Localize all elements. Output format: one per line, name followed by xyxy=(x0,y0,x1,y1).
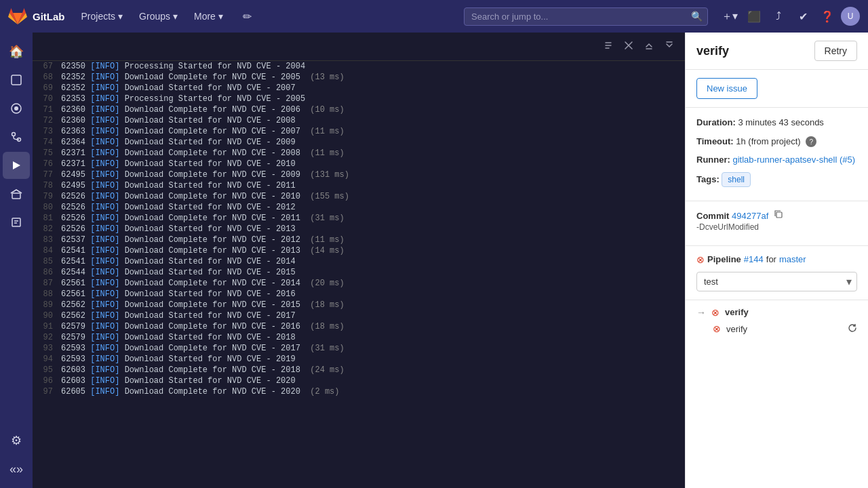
broadcast-icon[interactable]: ⬛ xyxy=(743,5,765,27)
stage-select-wrapper: test ▾ xyxy=(696,272,857,291)
log-line: 8462541 [INFO] Download Complete for NVD… xyxy=(33,245,685,256)
line-content: 62593 [INFO] Download Started for NVD CV… xyxy=(61,354,304,364)
timeout-row: Timeout: 1h (from project) ? xyxy=(696,135,857,148)
line-content: 62561 [INFO] Download Started for NVD CV… xyxy=(61,289,304,299)
line-content: 62495 [INFO] Download Complete for NVD C… xyxy=(61,170,357,180)
line-number: 77 xyxy=(33,170,61,180)
topnav-icon-group: ＋▾ ⬛ ⤴ ✔ ❓ U xyxy=(719,5,860,27)
retry-button[interactable]: Retry xyxy=(814,41,857,61)
line-content: 62360 [INFO] Download Complete for NVD C… xyxy=(61,105,353,115)
log-line: 9362593 [INFO] Download Complete for NVD… xyxy=(33,343,685,354)
line-content: 62537 [INFO] Download Complete for NVD C… xyxy=(61,235,353,245)
line-number: 79 xyxy=(33,192,61,201)
log-line: 7362363 [INFO] Download Complete for NVD… xyxy=(33,126,685,137)
erase-log-icon[interactable] xyxy=(621,38,636,55)
line-number: 67 xyxy=(33,62,61,71)
todo-icon[interactable]: ✔ xyxy=(792,5,814,27)
groups-chevron-icon xyxy=(173,11,178,22)
line-number: 94 xyxy=(33,354,61,364)
line-number: 83 xyxy=(33,235,61,245)
line-content: 62352 [INFO] Download Complete for NVD C… xyxy=(61,73,353,82)
sidebar-ci-cd[interactable] xyxy=(3,152,30,179)
pencil-icon[interactable]: ✏ xyxy=(237,5,258,27)
commit-row: Commit 494277af -DcveUrlModified xyxy=(696,209,857,232)
line-number: 81 xyxy=(33,214,61,223)
log-line: 7962526 [INFO] Download Complete for NVD… xyxy=(33,191,685,202)
log-panel[interactable]: 6762350 [INFO] Processing Started for NV… xyxy=(33,33,685,488)
timeout-help-icon[interactable]: ? xyxy=(806,136,816,147)
line-number: 73 xyxy=(33,127,61,136)
scroll-top-icon[interactable] xyxy=(642,38,656,55)
log-line: 7062353 [INFO] Processing Started for NV… xyxy=(33,94,685,104)
copy-commit-button[interactable] xyxy=(771,209,786,221)
merge-request-icon[interactable]: ⤴ xyxy=(768,5,789,27)
line-content: 62363 [INFO] Download Complete for NVD C… xyxy=(61,127,353,136)
new-item-icon[interactable]: ＋▾ xyxy=(719,5,741,27)
line-number: 74 xyxy=(33,138,61,147)
line-content: 62593 [INFO] Download Complete for NVD C… xyxy=(61,344,353,353)
user-avatar[interactable]: U xyxy=(841,7,860,26)
log-line: 9162579 [INFO] Download Complete for NVD… xyxy=(33,321,685,332)
pipeline-jobs-section: → ⊗ verify ⊗ verify xyxy=(686,300,868,344)
log-line: 9662603 [INFO] Download Started for NVD … xyxy=(33,375,685,386)
line-number: 95 xyxy=(33,365,61,375)
raw-log-icon[interactable] xyxy=(601,38,616,55)
nav-more[interactable]: More xyxy=(189,8,229,24)
sidebar-collapse[interactable]: «» xyxy=(3,455,30,483)
line-number: 87 xyxy=(33,279,61,288)
tags-row: Tags: shell xyxy=(696,172,857,187)
nav-groups[interactable]: Groups xyxy=(134,8,183,24)
log-line: 7562371 [INFO] Download Complete for NVD… xyxy=(33,148,685,159)
sidebar-packages[interactable] xyxy=(3,180,30,207)
line-content: 62353 [INFO] Processing Started for NVD … xyxy=(61,94,313,104)
line-content: 62526 [INFO] Download Started for NVD CV… xyxy=(61,203,304,212)
stage-select[interactable]: test xyxy=(696,272,857,291)
log-line: 7262360 [INFO] Download Started for NVD … xyxy=(33,115,685,126)
gitlab-logo[interactable]: GitLab xyxy=(8,7,65,26)
new-issue-button[interactable]: New issue xyxy=(696,78,757,99)
more-chevron-icon xyxy=(218,11,223,22)
sidebar-merge-requests[interactable] xyxy=(3,123,30,150)
commit-label: Commit xyxy=(696,211,729,221)
sub-job-name[interactable]: verify xyxy=(726,324,842,334)
pipeline-error-icon: ⊗ xyxy=(696,254,705,265)
runner-row: Runner: gitlab-runner-apatsev-shell (#5) xyxy=(696,153,857,167)
runner-link[interactable]: gitlab-runner-apatsev-shell (#5) xyxy=(732,155,855,165)
svg-rect-0 xyxy=(12,75,21,85)
sidebar-activity[interactable] xyxy=(3,66,30,94)
nav-projects[interactable]: Projects xyxy=(76,8,129,24)
sidebar-home[interactable]: 🏠 xyxy=(3,38,30,65)
sidebar-snippets[interactable] xyxy=(3,209,30,236)
commit-hash-link[interactable]: 494277af xyxy=(732,211,768,221)
commit-message: -DcveUrlModified xyxy=(696,222,857,232)
line-content: 62544 [INFO] Download Started for NVD CV… xyxy=(61,268,304,277)
log-line: 9262579 [INFO] Download Started for NVD … xyxy=(33,332,685,343)
duration-row: Duration: 3 minutes 43 seconds xyxy=(696,116,857,129)
line-content: 62605 [INFO] Download Complete for NVD C… xyxy=(61,387,348,396)
pipeline-number-link[interactable]: #144 xyxy=(744,254,764,264)
tag-badge: shell xyxy=(722,172,751,187)
pipeline-branch-link[interactable]: master xyxy=(779,254,806,264)
line-number: 85 xyxy=(33,257,61,266)
svg-rect-7 xyxy=(12,193,20,199)
job-stage-name[interactable]: verify xyxy=(725,307,857,317)
log-line: 8262526 [INFO] Download Started for NVD … xyxy=(33,224,685,235)
log-line: 7162360 [INFO] Download Complete for NVD… xyxy=(33,104,685,115)
line-content: 62526 [INFO] Download Complete for NVD C… xyxy=(61,192,357,201)
projects-chevron-icon xyxy=(118,11,123,22)
sub-job-retry-icon[interactable] xyxy=(848,323,857,335)
help-icon[interactable]: ❓ xyxy=(816,5,838,27)
log-line: 9762605 [INFO] Download Complete for NVD… xyxy=(33,386,685,397)
log-line: 8762561 [INFO] Download Complete for NVD… xyxy=(33,278,685,289)
search-input[interactable] xyxy=(464,7,708,26)
sidebar-settings[interactable]: ⚙ xyxy=(3,427,30,454)
svg-rect-13 xyxy=(776,212,782,218)
log-line: 6962352 [INFO] Download Started for NVD … xyxy=(33,83,685,94)
scroll-bottom-icon[interactable] xyxy=(662,38,677,55)
logo-text: GitLab xyxy=(33,11,65,22)
new-issue-section: New issue xyxy=(686,70,868,108)
log-line: 8162526 [INFO] Download Complete for NVD… xyxy=(33,213,685,224)
log-line: 7762495 [INFO] Download Complete for NVD… xyxy=(33,169,685,180)
sidebar-issues[interactable] xyxy=(3,95,30,122)
line-number: 96 xyxy=(33,376,61,386)
